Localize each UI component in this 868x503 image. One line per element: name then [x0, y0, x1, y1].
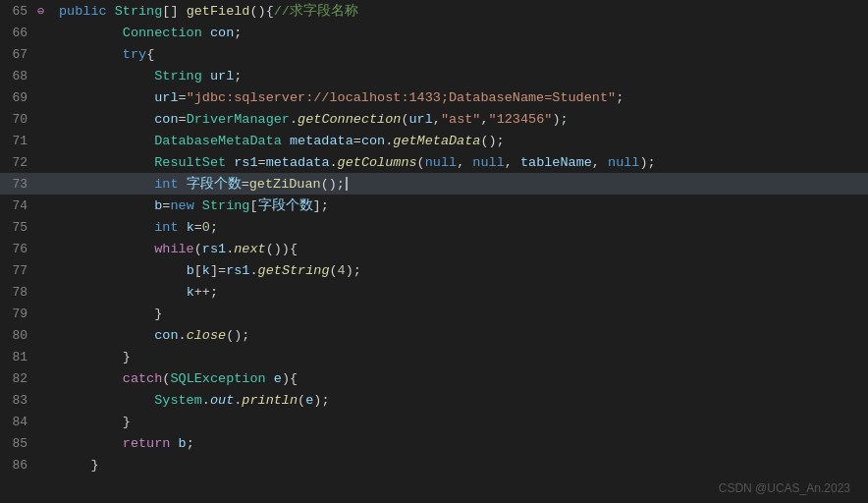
code-line: 82 catch(SQLException e){	[0, 367, 868, 389]
token-var: k	[187, 220, 194, 235]
token-plain: ++;	[194, 285, 218, 300]
line-number: 72	[0, 155, 37, 170]
token-plain: .	[329, 155, 337, 170]
token-plain	[59, 263, 187, 278]
line-content: public String[] getField(){//求字段名称	[55, 2, 868, 20]
token-plain: ;	[234, 26, 242, 40]
token-method: getConnection	[298, 112, 401, 127]
token-plain: =	[179, 112, 187, 127]
line-content: return b;	[55, 436, 868, 451]
code-line: 76 while(rs1.next()){	[0, 238, 868, 259]
watermark: CSDN @UCAS_An.2023	[719, 481, 850, 495]
token-plain	[59, 177, 154, 192]
token-plain: []	[162, 4, 186, 19]
token-var: url	[210, 69, 234, 84]
line-number: 75	[0, 220, 37, 235]
token-plain: );	[346, 263, 361, 278]
token-plain: ();	[226, 328, 249, 343]
token-str: "ast"	[441, 112, 481, 127]
token-plain: (	[330, 263, 338, 278]
code-line: 84 }	[0, 411, 868, 432]
token-fn: getZiDuan	[249, 177, 321, 192]
line-content: catch(SQLException e){	[55, 371, 868, 386]
code-line: 65⊖public String[] getField(){//求字段名称	[0, 0, 868, 22]
code-line: 69 url="jdbc:sqlserver://localhost:1433;…	[0, 86, 868, 108]
code-line: 74 b=new String[字段个数];	[0, 195, 868, 216]
token-plain: =	[353, 134, 361, 148]
line-content: }	[55, 458, 868, 473]
line-content: int 字段个数=getZiDuan();	[55, 175, 868, 193]
token-var: url	[409, 112, 433, 127]
token-kw-ctrl: while	[154, 242, 194, 256]
token-plain: ];	[313, 198, 329, 213]
token-cn: System	[154, 393, 202, 408]
token-kw: null	[472, 155, 504, 170]
line-number: 65	[0, 4, 37, 19]
line-content: try{	[55, 47, 868, 62]
token-cn: String	[115, 4, 163, 19]
token-plain: );	[639, 155, 655, 170]
line-number: 78	[0, 285, 37, 300]
line-content: b[k]=rs1.getString(4);	[55, 263, 868, 278]
token-plain: =	[258, 155, 266, 170]
token-method: getColumns	[338, 155, 417, 170]
code-line: 77 b[k]=rs1.getString(4);	[0, 259, 868, 281]
token-method: getMetaData	[393, 134, 480, 148]
line-number: 86	[0, 458, 37, 473]
code-line: 75 int k=0;	[0, 216, 868, 238]
token-plain: .	[202, 393, 210, 408]
code-line: 70 con=DriverManager.getConnection(url,"…	[0, 108, 868, 130]
token-var: k	[187, 285, 194, 300]
line-number: 83	[0, 393, 37, 408]
line-content: System.out.println(e);	[55, 393, 868, 408]
token-var: b	[179, 436, 187, 451]
line-number: 84	[0, 415, 37, 429]
token-var: metadata	[266, 155, 330, 170]
line-content: }	[55, 415, 868, 429]
token-num: 4	[338, 263, 346, 278]
token-cn: String	[154, 69, 202, 84]
line-content: con=DriverManager.getConnection(url,"ast…	[55, 112, 868, 127]
token-plain	[194, 198, 202, 213]
line-content: con.close();	[55, 328, 868, 343]
token-plain	[59, 155, 154, 170]
line-content: b=new String[字段个数];	[55, 196, 868, 214]
line-number: 76	[0, 242, 37, 256]
token-plain	[266, 371, 274, 386]
token-plain	[59, 26, 123, 40]
token-plain	[170, 436, 178, 451]
token-str: "jdbc:sqlserver://localhost:1433;Databas…	[187, 90, 616, 105]
token-num: 0	[202, 220, 210, 235]
line-number: 67	[0, 47, 37, 62]
token-plain	[59, 393, 154, 408]
token-plain: ,	[433, 112, 441, 127]
token-plain: [	[194, 263, 202, 278]
token-var: rs1	[202, 242, 226, 256]
line-number: 66	[0, 26, 37, 40]
line-number: 71	[0, 134, 37, 148]
token-str: "123456"	[489, 112, 553, 127]
token-plain	[59, 242, 154, 256]
token-plain: ,	[457, 155, 472, 170]
token-var: metadata	[290, 134, 353, 148]
line-content: }	[55, 307, 868, 321]
token-comment: //求字段名称	[274, 4, 358, 19]
token-plain	[59, 220, 154, 235]
line-content: int k=0;	[55, 220, 868, 235]
token-plain: ;	[234, 69, 242, 84]
code-line: 79 }	[0, 303, 868, 324]
token-plain	[59, 134, 154, 148]
code-line: 68 String url;	[0, 65, 868, 86]
code-line: 86 }	[0, 454, 868, 475]
token-kw: null	[608, 155, 639, 170]
line-number: 80	[0, 328, 37, 343]
token-plain: (){	[249, 4, 273, 19]
token-var: con	[361, 134, 385, 148]
code-line: 71 DatabaseMetaData metadata=con.getMeta…	[0, 130, 868, 151]
token-plain: ,	[592, 155, 608, 170]
line-number: 85	[0, 436, 37, 451]
code-line: 66 Connection con;	[0, 22, 868, 43]
token-plain	[59, 285, 187, 300]
token-cn: Connection	[123, 26, 202, 40]
line-number: 69	[0, 90, 37, 105]
